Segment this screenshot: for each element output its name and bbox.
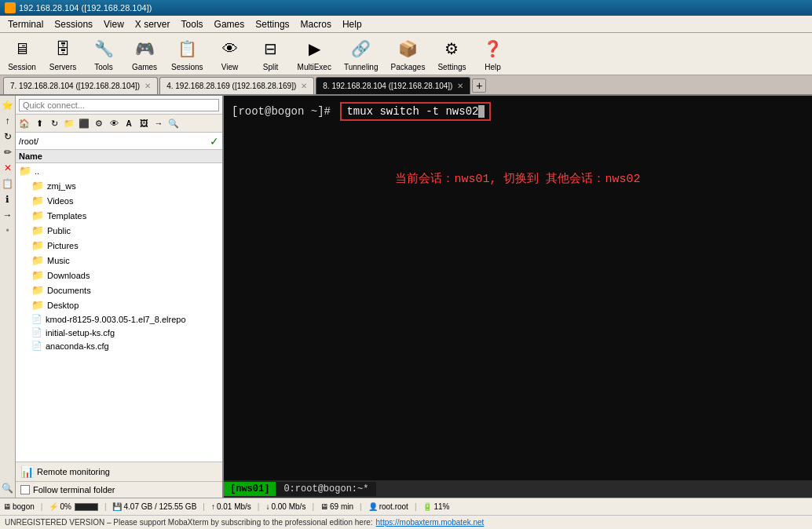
tab-bar: 7. 192.168.28.104 ([192.168.28.104])✕4. …: [0, 75, 812, 96]
fb-new-folder[interactable]: 📁: [62, 116, 76, 130]
toolbar-btn-games[interactable]: 🎮Games: [127, 35, 162, 73]
sessions-icon: 📋: [174, 36, 199, 61]
tab-7[interactable]: 7. 192.168.28.104 ([192.168.28.104])✕: [3, 77, 158, 94]
quick-connect-input[interactable]: [19, 99, 219, 111]
tree-item-Documents[interactable]: 📁Documents: [16, 283, 222, 297]
divider-1: |: [41, 502, 43, 511]
help-icon: ❓: [481, 36, 506, 61]
games-icon: 🎮: [132, 36, 157, 61]
fb-arrow-right[interactable]: →: [152, 116, 166, 130]
menu-item-view[interactable]: View: [99, 17, 129, 31]
fb-stop[interactable]: ⬛: [77, 116, 91, 130]
menu-item-tools[interactable]: Tools: [177, 17, 208, 31]
menu-item-help[interactable]: Help: [338, 17, 367, 31]
fb-settings[interactable]: ⚙: [92, 116, 106, 130]
divider-6: |: [360, 502, 362, 511]
tab-close-8[interactable]: ✕: [457, 82, 463, 90]
download-value: 0.00 Mb/s: [271, 502, 305, 511]
menu-item-terminal[interactable]: Terminal: [3, 17, 48, 31]
status-user: 👤 root.root: [368, 502, 408, 511]
menu-item-macros[interactable]: Macros: [296, 17, 336, 31]
toolbar-btn-tunneling[interactable]: 🔗Tunneling: [341, 35, 382, 73]
menu-item-games[interactable]: Games: [210, 17, 250, 31]
tunneling-label: Tunneling: [344, 63, 379, 71]
tree-item-initial-setup-ks-cfg[interactable]: 📄initial-setup-ks.cfg: [16, 326, 222, 339]
toolbar-btn-servers[interactable]: 🗄Servers: [46, 35, 80, 73]
tree-item-anaconda-ks-cfg[interactable]: 📄anaconda-ks.cfg: [16, 339, 222, 352]
title-text: 192.168.28.104 ([192.168.28.104]): [19, 3, 152, 13]
sidebar-icon-info[interactable]: ℹ: [2, 193, 14, 206]
folder-icon: 📁: [31, 254, 44, 266]
path-input[interactable]: [19, 137, 210, 146]
left-panel-bottom: 📊 Remote monitoring Follow terminal fold…: [16, 462, 222, 498]
sidebar-icon-edit[interactable]: ✏: [2, 146, 14, 159]
remote-monitoring-row[interactable]: 📊 Remote monitoring: [16, 462, 222, 482]
tab-close-4[interactable]: ✕: [301, 82, 307, 90]
tab-close-7[interactable]: ✕: [144, 82, 151, 90]
tab-label-7: 7. 192.168.28.104 ([192.168.28.104]): [10, 82, 140, 90]
tree-item-name: Music: [47, 256, 70, 265]
terminal[interactable]: [root@bogon ~]# tmux switch -t nws02 当前会…: [224, 96, 812, 480]
fb-hidden[interactable]: 👁: [107, 116, 121, 130]
toolbar-btn-tools[interactable]: 🔧Tools: [86, 35, 121, 73]
remote-monitoring-label: Remote monitoring: [37, 467, 110, 476]
tree-item-Downloads[interactable]: 📁Downloads: [16, 268, 222, 283]
split-label: Split: [263, 63, 278, 71]
tree-item-name: Downloads: [47, 271, 90, 280]
tree-item-zmj-ws[interactable]: 📁zmj_ws: [16, 178, 222, 193]
tree-item-Templates[interactable]: 📁Templates: [16, 208, 222, 223]
fb-home[interactable]: 🏠: [17, 116, 31, 130]
toolbar-btn-view[interactable]: 👁View: [213, 35, 247, 73]
fb-up[interactable]: ⬆: [32, 116, 46, 130]
tree-item-Public[interactable]: 📁Public: [16, 223, 222, 238]
sidebar-icon-dot[interactable]: •: [2, 224, 14, 237]
upload-value: 0.01 Mb/s: [217, 502, 251, 511]
settings-icon: ⚙: [439, 36, 464, 61]
status-host: 🖥 bogon: [3, 502, 35, 511]
unreg-link[interactable]: https://mobaxterm.mobatek.net: [376, 518, 485, 527]
tree-item-Music[interactable]: 📁Music: [16, 253, 222, 268]
sidebar-icon-x[interactable]: ✕: [2, 162, 14, 174]
toolbar-btn-settings[interactable]: ⚙Settings: [434, 35, 469, 73]
tab-add-button[interactable]: +: [472, 78, 486, 93]
fb-image[interactable]: 🖼: [137, 116, 151, 130]
tree-item-kmod-r8125-9-003-05-1-el7-8-elrepo[interactable]: 📄kmod-r8125-9.003.05-1.el7_8.elrepo: [16, 312, 222, 326]
tree-item-Videos[interactable]: 📁Videos: [16, 193, 222, 208]
ping-icon: 🖥: [320, 502, 328, 511]
tree-item---[interactable]: 📁..: [16, 163, 222, 178]
fb-search[interactable]: 🔍: [166, 116, 181, 130]
sidebar-icon-up[interactable]: ↑: [2, 115, 14, 127]
menu-item-settings[interactable]: Settings: [251, 17, 294, 31]
toolbar-btn-help[interactable]: ❓Help: [476, 35, 510, 73]
menu-item-sessions[interactable]: Sessions: [49, 17, 97, 31]
fb-text[interactable]: A: [122, 116, 136, 130]
tree-item-Pictures[interactable]: 📁Pictures: [16, 238, 222, 253]
toolbar-btn-packages[interactable]: 📦Packages: [388, 35, 429, 73]
tab-label-8: 8. 192.168.28.104 ([192.168.28.104]): [323, 82, 452, 90]
path-ok-button[interactable]: ✓: [210, 135, 219, 148]
upload-icon: ↑: [211, 502, 215, 511]
terminal-command: tmux switch -t nws02: [346, 105, 478, 118]
sidebar-icon-refresh[interactable]: ↻: [2, 130, 14, 143]
file-browser-toolbar: 🏠 ⬆ ↻ 📁 ⬛ ⚙ 👁 A 🖼 → 🔍: [16, 115, 222, 133]
sidebar-icon-copy[interactable]: 📋: [2, 177, 14, 190]
tree-item-name: Public: [47, 226, 71, 235]
toolbar-btn-sessions[interactable]: 📋Sessions: [168, 35, 207, 73]
toolbar-btn-session[interactable]: 🖥Session: [5, 35, 39, 73]
tree-item-name: kmod-r8125-9.003.05-1.el7_8.elrepo: [46, 315, 186, 324]
tree-item-name: anaconda-ks.cfg: [46, 341, 109, 351]
toolbar-btn-split[interactable]: ⊟Split: [254, 35, 288, 73]
tmux-session-label: [nws01]: [224, 482, 276, 496]
sidebar-icon-filter[interactable]: 🔍: [2, 482, 14, 494]
tab-4[interactable]: 4. 192.168.28.169 ([192.168.28.169])✕: [159, 77, 314, 94]
follow-terminal-checkbox[interactable]: [20, 485, 30, 494]
menu-item-x server[interactable]: X server: [130, 17, 175, 31]
fb-refresh[interactable]: ↻: [47, 116, 61, 130]
tab-8[interactable]: 8. 192.168.28.104 ([192.168.28.104])✕: [316, 77, 470, 94]
tree-item-Desktop[interactable]: 📁Desktop: [16, 297, 222, 312]
toolbar-btn-multiexec[interactable]: ▶MultiExec: [294, 35, 335, 73]
sessions-label: Sessions: [171, 63, 203, 71]
sidebar-icon-arrow[interactable]: →: [2, 209, 14, 221]
sidebar-icon-star[interactable]: ⭐: [2, 99, 14, 111]
tools-icon: 🔧: [91, 36, 116, 61]
